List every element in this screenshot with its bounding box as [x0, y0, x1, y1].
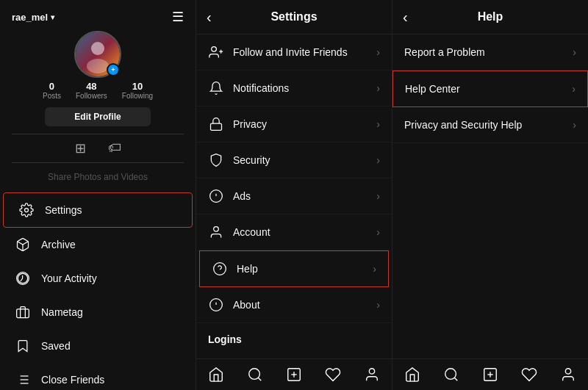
chevron-right-icon: › [376, 46, 380, 58]
menu-item-your-activity[interactable]: Your Activity [0, 261, 196, 295]
settings-label-notifications: Notifications [233, 82, 289, 94]
notification-badge: + [107, 63, 120, 76]
settings-item-help[interactable]: Help › [199, 250, 389, 287]
security-icon [208, 152, 224, 168]
svg-point-31 [370, 369, 375, 374]
svg-point-21 [214, 263, 226, 275]
settings-item-left: Account [208, 224, 270, 240]
chevron-right-icon: › [376, 190, 380, 202]
help-back-button[interactable]: ‹ [403, 9, 408, 26]
settings-label-help: Help [237, 263, 258, 275]
menu-label-nametag: Nametag [41, 306, 83, 318]
avatar-container: + [76, 32, 120, 76]
nav-heart-icon[interactable] [318, 366, 348, 383]
nav-profile-icon[interactable] [357, 366, 387, 383]
chevron-right-icon: › [376, 82, 380, 94]
settings-item-security[interactable]: Security › [196, 142, 392, 178]
help-icon [212, 261, 228, 277]
menu-item-nametag[interactable]: Nametag [0, 295, 196, 329]
profile-header: rae_mel ▾ ☰ [0, 0, 196, 192]
menu-label-activity: Your Activity [41, 272, 97, 284]
share-text: Share Photos and Videos [48, 166, 148, 187]
menu-item-close-friends[interactable]: Close Friends [0, 363, 196, 390]
about-icon [208, 297, 224, 313]
menu-item-saved[interactable]: Saved [0, 329, 196, 363]
edit-profile-button[interactable]: Edit Profile [45, 107, 150, 126]
nav-profile-icon[interactable] [553, 366, 583, 383]
settings-label-security: Security [233, 154, 270, 166]
notifications-icon [208, 80, 224, 96]
grid-icons-row: ⊞ 🏷 [12, 134, 184, 163]
settings-list: Follow and Invite Friends › Notification… [196, 35, 392, 358]
chevron-right-icon: › [376, 154, 380, 166]
followers-label: Followers [76, 92, 107, 100]
privacy-icon [208, 116, 224, 132]
following-label: Following [122, 92, 153, 100]
settings-item-about[interactable]: About › [196, 287, 392, 323]
profile-panel: rae_mel ▾ ☰ [0, 0, 196, 390]
svg-point-32 [445, 369, 456, 380]
close-friends-icon [15, 372, 31, 388]
help-header: ‹ Help [392, 0, 588, 35]
nav-search-icon[interactable] [240, 366, 270, 383]
settings-back-button[interactable]: ‹ [207, 9, 212, 26]
svg-point-13 [212, 47, 217, 52]
settings-header: ‹ Settings [196, 0, 392, 35]
menu-label-archive: Archive [41, 239, 76, 250]
nametag-icon [15, 304, 31, 320]
nav-heart-icon[interactable] [514, 366, 544, 383]
help-bottom-nav [392, 358, 588, 390]
nav-add-icon[interactable] [279, 366, 309, 383]
settings-item-left: Ads [208, 188, 251, 204]
tag-view-icon[interactable]: 🏷 [108, 140, 121, 156]
svg-point-26 [249, 369, 260, 380]
chevron-right-icon: › [572, 83, 576, 95]
help-item-report-problem[interactable]: Report a Problem › [392, 35, 588, 71]
add-account-link[interactable]: Add Account [196, 350, 392, 358]
svg-point-3 [25, 209, 29, 212]
settings-item-left: Privacy [208, 116, 267, 132]
svg-rect-5 [17, 309, 29, 318]
help-item-privacy-security[interactable]: Privacy and Security Help › [392, 107, 588, 143]
chevron-right-icon: › [376, 118, 380, 130]
settings-label-follow-invite: Follow and Invite Friends [233, 46, 348, 58]
chevron-right-icon: › [376, 226, 380, 238]
help-label-report: Report a Problem [404, 46, 485, 58]
grid-view-icon[interactable]: ⊞ [75, 140, 86, 156]
username-text: rae_mel [12, 12, 48, 23]
nav-search-icon[interactable] [437, 366, 466, 383]
activity-icon [15, 270, 31, 286]
help-item-help-center[interactable]: Help Center › [392, 71, 588, 107]
help-label-center: Help Center [405, 83, 460, 95]
settings-panel: ‹ Settings Follow and Invite Friends › N… [196, 0, 392, 390]
svg-rect-16 [211, 123, 222, 130]
posts-count: 0 [49, 81, 54, 92]
settings-item-left: About [208, 297, 260, 313]
menu-list: Settings Archive Your Activity Nametag [0, 192, 196, 390]
settings-item-left: Follow and Invite Friends [208, 44, 348, 60]
settings-item-ads[interactable]: Ads › [196, 178, 392, 214]
menu-label-settings: Settings [45, 204, 82, 216]
settings-label-privacy: Privacy [233, 118, 267, 130]
username-dropdown[interactable]: rae_mel ▾ [12, 12, 54, 23]
menu-label-saved: Saved [41, 340, 71, 352]
settings-item-privacy[interactable]: Privacy › [196, 106, 392, 142]
following-stat: 10 Following [122, 81, 153, 100]
follow-invite-icon [208, 44, 224, 60]
settings-item-follow-invite[interactable]: Follow and Invite Friends › [196, 35, 392, 71]
nav-add-icon[interactable] [476, 366, 505, 383]
nav-home-icon[interactable] [201, 366, 231, 383]
posts-stat: 0 Posts [43, 81, 61, 100]
help-panel: ‹ Help Report a Problem › Help Center › … [392, 0, 588, 390]
menu-item-archive[interactable]: Archive [0, 228, 196, 261]
hamburger-icon[interactable]: ☰ [172, 9, 184, 25]
menu-item-settings[interactable]: Settings [3, 192, 193, 228]
logins-section-header: Logins [196, 323, 392, 350]
profile-top-bar: rae_mel ▾ ☰ [12, 9, 184, 25]
settings-item-notifications[interactable]: Notifications › [196, 71, 392, 106]
svg-line-33 [454, 378, 457, 380]
settings-item-account[interactable]: Account › [196, 214, 392, 250]
help-label-privacy: Privacy and Security Help [404, 119, 522, 131]
nav-home-icon[interactable] [398, 366, 427, 383]
chevron-right-icon: › [573, 46, 576, 58]
